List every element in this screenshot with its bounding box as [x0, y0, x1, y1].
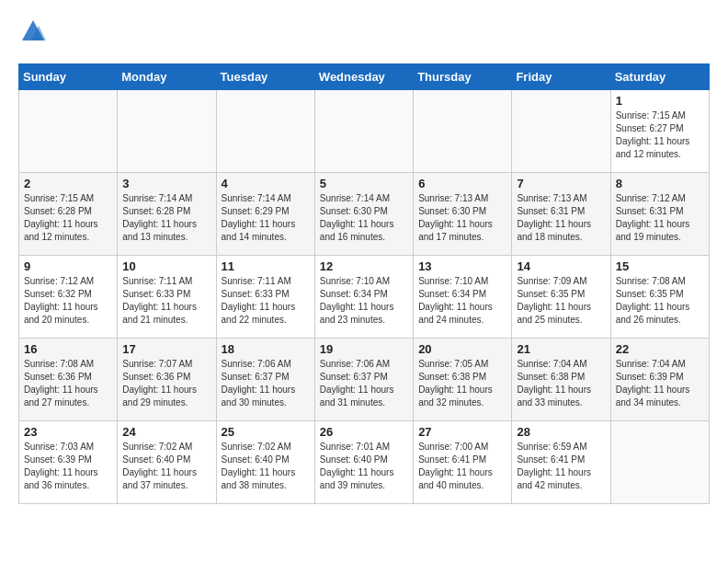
day-number: 16: [24, 342, 112, 356]
day-cell: 2 Sunrise: 7:15 AMSunset: 6:28 PMDayligh…: [19, 173, 118, 256]
day-info: Sunrise: 7:14 AMSunset: 6:30 PMDaylight:…: [320, 193, 394, 242]
day-cell: 17 Sunrise: 7:07 AMSunset: 6:36 PMDaylig…: [118, 339, 216, 421]
day-info: Sunrise: 7:14 AMSunset: 6:29 PMDaylight:…: [222, 193, 296, 242]
day-cell: 27 Sunrise: 7:00 AMSunset: 6:41 PMDaylig…: [414, 421, 512, 504]
day-number: 20: [418, 342, 506, 356]
day-info: Sunrise: 7:03 AMSunset: 6:39 PMDaylight:…: [24, 442, 98, 490]
day-number: 7: [517, 177, 605, 190]
day-cell: 22 Sunrise: 7:04 AMSunset: 6:39 PMDaylig…: [610, 339, 709, 421]
day-info: Sunrise: 7:14 AMSunset: 6:28 PMDaylight:…: [122, 193, 197, 242]
day-number: 18: [222, 342, 310, 356]
day-cell: 18 Sunrise: 7:06 AMSunset: 6:37 PMDaylig…: [216, 339, 314, 421]
day-cell: 26 Sunrise: 7:01 AMSunset: 6:40 PMDaylig…: [314, 421, 413, 504]
day-number: 12: [320, 259, 408, 273]
week-row-4: 16 Sunrise: 7:08 AMSunset: 6:36 PMDaylig…: [19, 339, 710, 421]
day-number: 17: [122, 342, 210, 356]
day-number: 1: [616, 94, 704, 108]
day-cell: 13 Sunrise: 7:10 AMSunset: 6:34 PMDaylig…: [414, 256, 512, 339]
day-number: 8: [616, 177, 704, 190]
day-info: Sunrise: 7:12 AMSunset: 6:32 PMDaylight:…: [24, 276, 98, 325]
day-cell: 7 Sunrise: 7:13 AMSunset: 6:31 PMDayligh…: [512, 173, 610, 256]
day-number: 10: [122, 259, 210, 273]
day-info: Sunrise: 7:11 AMSunset: 6:33 PMDaylight:…: [122, 276, 197, 325]
day-info: Sunrise: 6:59 AMSunset: 6:41 PMDaylight:…: [517, 442, 591, 490]
day-cell: 12 Sunrise: 7:10 AMSunset: 6:34 PMDaylig…: [314, 256, 413, 339]
day-info: Sunrise: 7:09 AMSunset: 6:35 PMDaylight:…: [517, 276, 591, 325]
day-cell: [414, 90, 512, 173]
day-cell: 19 Sunrise: 7:06 AMSunset: 6:37 PMDaylig…: [314, 339, 413, 421]
day-info: Sunrise: 7:07 AMSunset: 6:36 PMDaylight:…: [122, 359, 197, 408]
day-cell: 4 Sunrise: 7:14 AMSunset: 6:29 PMDayligh…: [216, 173, 314, 256]
day-number: 15: [616, 259, 704, 273]
day-cell: 14 Sunrise: 7:09 AMSunset: 6:35 PMDaylig…: [512, 256, 610, 339]
logo: [18, 18, 46, 49]
day-number: 26: [320, 425, 408, 439]
day-info: Sunrise: 7:04 AMSunset: 6:38 PMDaylight:…: [517, 359, 591, 408]
day-number: 24: [122, 425, 210, 439]
day-number: 14: [517, 259, 605, 273]
day-cell: 6 Sunrise: 7:13 AMSunset: 6:30 PMDayligh…: [414, 173, 512, 256]
header-day-monday: Monday: [118, 64, 216, 90]
day-cell: 24 Sunrise: 7:02 AMSunset: 6:40 PMDaylig…: [118, 421, 216, 504]
day-cell: 23 Sunrise: 7:03 AMSunset: 6:39 PMDaylig…: [19, 421, 118, 504]
day-info: Sunrise: 7:11 AMSunset: 6:33 PMDaylight:…: [222, 276, 296, 325]
day-number: 28: [517, 425, 605, 439]
day-cell: [610, 421, 709, 504]
day-info: Sunrise: 7:02 AMSunset: 6:40 PMDaylight:…: [122, 442, 197, 490]
day-cell: 25 Sunrise: 7:02 AMSunset: 6:40 PMDaylig…: [216, 421, 314, 504]
day-info: Sunrise: 7:06 AMSunset: 6:37 PMDaylight:…: [320, 359, 394, 408]
day-cell: 10 Sunrise: 7:11 AMSunset: 6:33 PMDaylig…: [118, 256, 216, 339]
day-cell: [512, 90, 610, 173]
day-info: Sunrise: 7:12 AMSunset: 6:31 PMDaylight:…: [616, 193, 690, 242]
day-number: 5: [320, 177, 408, 190]
day-cell: 3 Sunrise: 7:14 AMSunset: 6:28 PMDayligh…: [118, 173, 216, 256]
day-info: Sunrise: 7:00 AMSunset: 6:41 PMDaylight:…: [418, 442, 493, 490]
day-number: 25: [222, 425, 310, 439]
day-cell: 9 Sunrise: 7:12 AMSunset: 6:32 PMDayligh…: [19, 256, 118, 339]
day-cell: [314, 90, 413, 173]
day-info: Sunrise: 7:10 AMSunset: 6:34 PMDaylight:…: [320, 276, 394, 325]
header-day-thursday: Thursday: [414, 64, 512, 90]
header-day-wednesday: Wednesday: [314, 64, 413, 90]
day-info: Sunrise: 7:10 AMSunset: 6:34 PMDaylight:…: [418, 276, 493, 325]
day-cell: 11 Sunrise: 7:11 AMSunset: 6:33 PMDaylig…: [216, 256, 314, 339]
day-number: 3: [122, 177, 210, 190]
day-number: 22: [616, 342, 704, 356]
day-number: 19: [320, 342, 408, 356]
header-row: SundayMondayTuesdayWednesdayThursdayFrid…: [19, 64, 710, 90]
day-cell: 28 Sunrise: 6:59 AMSunset: 6:41 PMDaylig…: [512, 421, 610, 504]
day-number: 9: [24, 259, 112, 273]
day-info: Sunrise: 7:01 AMSunset: 6:40 PMDaylight:…: [320, 442, 394, 490]
day-info: Sunrise: 7:13 AMSunset: 6:30 PMDaylight:…: [418, 193, 493, 242]
calendar-table: SundayMondayTuesdayWednesdayThursdayFrid…: [18, 63, 710, 504]
day-info: Sunrise: 7:08 AMSunset: 6:36 PMDaylight:…: [24, 359, 98, 408]
day-number: 11: [222, 259, 310, 273]
day-info: Sunrise: 7:13 AMSunset: 6:31 PMDaylight:…: [517, 193, 591, 242]
day-number: 23: [24, 425, 112, 439]
day-number: 4: [222, 177, 310, 190]
day-number: 2: [24, 177, 112, 190]
day-info: Sunrise: 7:02 AMSunset: 6:40 PMDaylight:…: [222, 442, 296, 490]
day-cell: 16 Sunrise: 7:08 AMSunset: 6:36 PMDaylig…: [19, 339, 118, 421]
day-cell: [118, 90, 216, 173]
day-info: Sunrise: 7:05 AMSunset: 6:38 PMDaylight:…: [418, 359, 493, 408]
day-cell: 8 Sunrise: 7:12 AMSunset: 6:31 PMDayligh…: [610, 173, 709, 256]
week-row-2: 2 Sunrise: 7:15 AMSunset: 6:28 PMDayligh…: [19, 173, 710, 256]
day-cell: 21 Sunrise: 7:04 AMSunset: 6:38 PMDaylig…: [512, 339, 610, 421]
day-cell: 1 Sunrise: 7:15 AMSunset: 6:27 PMDayligh…: [610, 90, 709, 173]
day-number: 13: [418, 259, 506, 273]
header-day-tuesday: Tuesday: [216, 64, 314, 90]
day-number: 27: [418, 425, 506, 439]
header-day-saturday: Saturday: [610, 64, 709, 90]
header-day-friday: Friday: [512, 64, 610, 90]
day-info: Sunrise: 7:08 AMSunset: 6:35 PMDaylight:…: [616, 276, 690, 325]
header-day-sunday: Sunday: [19, 64, 118, 90]
day-info: Sunrise: 7:06 AMSunset: 6:37 PMDaylight:…: [222, 359, 296, 408]
week-row-3: 9 Sunrise: 7:12 AMSunset: 6:32 PMDayligh…: [19, 256, 710, 339]
day-cell: [216, 90, 314, 173]
logo-icon: [20, 18, 46, 44]
day-cell: 20 Sunrise: 7:05 AMSunset: 6:38 PMDaylig…: [414, 339, 512, 421]
day-number: 6: [418, 177, 506, 190]
day-cell: 5 Sunrise: 7:14 AMSunset: 6:30 PMDayligh…: [314, 173, 413, 256]
day-number: 21: [517, 342, 605, 356]
